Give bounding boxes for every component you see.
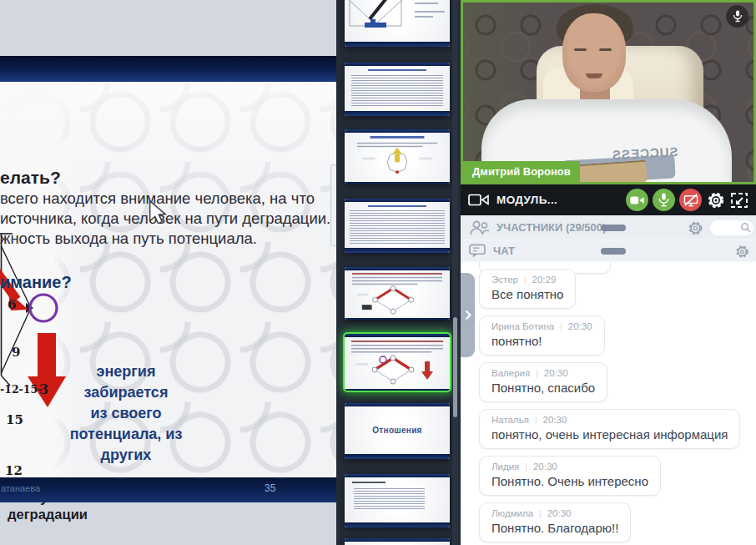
- slide-thumbnail-6-current[interactable]: [345, 334, 450, 391]
- chat-message-header: Валерия | 20:30: [491, 368, 595, 378]
- chat-icon: [469, 244, 486, 258]
- chat-divider: |: [525, 462, 527, 472]
- speaker-eyebrow: [599, 48, 612, 51]
- chat-author: Ирина Ботина: [491, 321, 554, 331]
- chat-time: 20:30: [544, 368, 568, 378]
- slide-author: атанаева: [1, 483, 40, 493]
- speaker-mouth: [586, 73, 602, 78]
- chat-panel: Эстер | 20:29 Все понятно Ирина Ботина |…: [461, 262, 756, 545]
- chat-author: Людмила: [491, 508, 533, 518]
- chat-divider: |: [539, 509, 542, 518]
- thumbnail-footer-band: [345, 318, 450, 320]
- screenshare-off-button[interactable]: [679, 189, 702, 211]
- slide-thumbnail-7[interactable]: Отношения: [345, 403, 450, 459]
- slide-thumbnail-4[interactable]: [345, 199, 450, 253]
- thumbnail-diagram: [345, 270, 450, 315]
- thumbnail-title-line: [352, 482, 386, 483]
- mouse-cursor: [149, 200, 167, 224]
- right-panel: SUCCESS Дмитрий Воронов МОДУЛЬ...: [461, 0, 756, 545]
- speaker-video: SUCCESS Дмитрий Воронов: [461, 0, 756, 184]
- thumbnail-preview: [345, 66, 450, 111]
- chat-message: Эстер | 20:29 Все понятно: [479, 269, 576, 309]
- diagram-number-12: 12: [5, 463, 23, 478]
- module-controls: [626, 189, 748, 211]
- chevron-right-icon: [465, 310, 471, 320]
- chat-author: Лидия: [491, 462, 519, 472]
- diagram-number-chain: -12-15-: [0, 383, 42, 396]
- presentation-slide: елать? всего находится внимание человека…: [0, 0, 336, 545]
- fullscreen-button[interactable]: [730, 191, 748, 209]
- chat-time: 20:30: [533, 462, 557, 472]
- chat-label: ЧАТ: [493, 245, 515, 257]
- chat-message-header: Ирина Ботина | 20:30: [491, 321, 592, 331]
- chat-text: Все понятно: [491, 287, 563, 301]
- webinar-app: елать? всего находится внимание человека…: [0, 0, 756, 545]
- gear-icon: [734, 244, 750, 260]
- annotation-line: энергия забирается: [60, 361, 192, 403]
- slide-body: елать? всего находится внимание человека…: [0, 82, 336, 477]
- diagram-number-15: 15: [6, 412, 23, 427]
- camera-icon: [630, 195, 644, 205]
- search-icon: [740, 222, 751, 233]
- slide-top-border: [0, 56, 336, 82]
- participants-bar[interactable]: УЧАСТНИКИ (29/500): [461, 215, 756, 240]
- chat-time: 20:30: [568, 321, 592, 331]
- thumbnail-footer-band: [345, 248, 450, 253]
- chat-author: Наталья: [491, 415, 529, 425]
- chat-message-header: Эстер | 20:29: [491, 275, 563, 285]
- slide-thumbnail-strip: Отношения: [336, 0, 461, 545]
- thumbnail-diagram: [345, 337, 450, 386]
- thumbnail-scrollbar-track: [452, 0, 458, 545]
- module-bar: МОДУЛЬ...: [461, 184, 756, 215]
- slide-thumbnail-9[interactable]: [345, 538, 450, 545]
- slide-question-fragment: имание?: [0, 273, 72, 292]
- thumbnail-footer-band: [345, 42, 450, 47]
- slide-line: жность выхода на путь потенциала.: [0, 229, 330, 249]
- thumbnail-footer-band: [345, 389, 450, 391]
- annotation-line: других: [60, 445, 192, 466]
- chat-settings-icon[interactable]: [734, 244, 750, 262]
- mic-toggle-button[interactable]: [653, 189, 675, 211]
- chat-text: понятно!: [491, 334, 592, 348]
- chat-collapse-tab[interactable]: [461, 273, 475, 357]
- settings-gear-button[interactable]: [706, 190, 726, 210]
- thumbnail-footer-band: [345, 454, 450, 459]
- participants-settings-icon[interactable]: [687, 220, 704, 240]
- slide-thumbnail-2[interactable]: [345, 63, 450, 116]
- diagram-number-3: 3: [38, 381, 50, 397]
- path-label-line: деградации: [3, 506, 92, 522]
- chat-drag-pill[interactable]: [601, 248, 626, 255]
- slide-thumbnail-8[interactable]: [345, 474, 450, 527]
- expand-screen-icon: [730, 191, 748, 209]
- participants-search[interactable]: [710, 220, 753, 235]
- speaker-eyebrow: [574, 48, 587, 51]
- thumbnail-scrollbar[interactable]: [453, 317, 457, 417]
- thumbnail-footer-band: [345, 182, 450, 184]
- chat-message: Лидия | 20:30 Понятно. Очень интересно: [479, 456, 661, 496]
- camera-toggle-button[interactable]: [626, 189, 648, 211]
- slide-annotation: энергия забирается из своего потенциала,…: [60, 361, 192, 466]
- video-mic-indicator[interactable]: [726, 5, 748, 28]
- participants-drag-pill[interactable]: [601, 225, 626, 231]
- thumbnail-preview: [345, 133, 450, 182]
- module-title: МОДУЛЬ...: [496, 194, 557, 206]
- chat-text: Понятно. Очень интересно: [491, 474, 648, 488]
- thumbnail-text-lines: [354, 488, 424, 510]
- chat-messages: Эстер | 20:29 Все понятно Ирина Ботина |…: [479, 269, 740, 542]
- thumbnail-title-line: [368, 205, 427, 207]
- participants-search-input[interactable]: [715, 221, 743, 235]
- chat-author: Эстер: [491, 275, 518, 285]
- chat-bar[interactable]: ЧАТ: [461, 240, 756, 262]
- slide-thumbnail-1[interactable]: [345, 0, 450, 47]
- slide-thumbnail-3[interactable]: [345, 129, 450, 184]
- thumbnail-diagram: [345, 0, 450, 38]
- slide-title-fragment: елать?: [0, 168, 61, 188]
- diagram-number-9: 9: [12, 345, 20, 360]
- chat-time: 20:30: [543, 415, 567, 425]
- chat-divider: |: [535, 416, 537, 425]
- slide-page-number: 35: [265, 482, 275, 494]
- slide-footer-bar: атанаева 35: [0, 477, 336, 502]
- annotation-line: из своего: [60, 403, 192, 424]
- slide-panel-scrollbar[interactable]: [330, 164, 336, 246]
- slide-thumbnail-5[interactable]: [345, 267, 450, 320]
